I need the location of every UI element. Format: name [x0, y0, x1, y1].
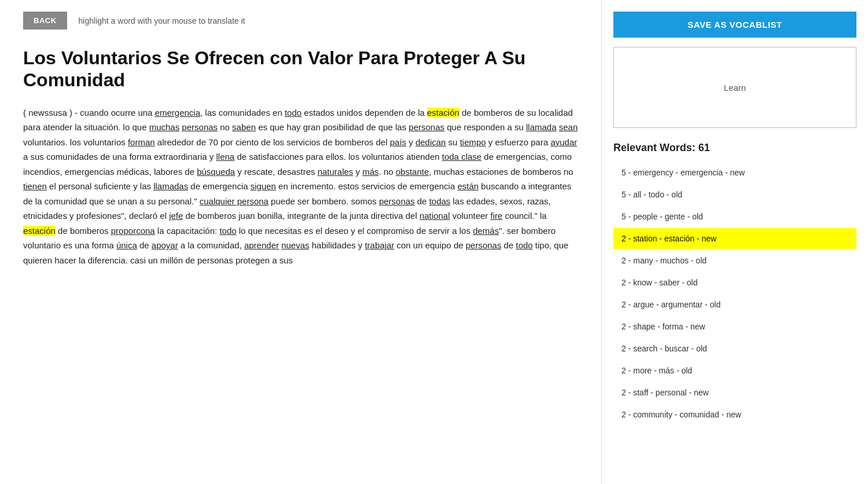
- word-emergencia[interactable]: emergencia: [155, 108, 200, 118]
- word-item-10[interactable]: 2 - more - más - old: [613, 360, 856, 381]
- word-fire[interactable]: fire: [491, 211, 503, 221]
- word-unica[interactable]: única: [116, 240, 137, 250]
- word-mas-1[interactable]: más: [362, 167, 378, 177]
- word-todo-3[interactable]: todo: [516, 240, 532, 250]
- sidebar: SAVE AS VOCABLIST Learn Relevant Words: …: [602, 0, 868, 484]
- word-aprender[interactable]: aprender: [244, 240, 279, 250]
- word-tiempo[interactable]: tiempo: [460, 137, 486, 147]
- learn-box: Learn: [613, 47, 856, 128]
- word-apoyar[interactable]: apoyar: [152, 240, 178, 250]
- word-item-7[interactable]: 2 - argue - argumentar - old: [613, 294, 856, 315]
- word-item-5[interactable]: 2 - many - muchos - old: [613, 250, 856, 271]
- word-personas-1[interactable]: personas: [182, 122, 218, 132]
- word-item-4[interactable]: 2 - station - estación - new: [613, 228, 856, 249]
- word-estacion-1[interactable]: estación: [427, 108, 459, 118]
- word-cualquier-persona[interactable]: cualquier persona: [200, 196, 269, 206]
- word-jefe[interactable]: jefe: [169, 211, 183, 221]
- word-demas[interactable]: demás: [473, 226, 499, 236]
- word-sean[interactable]: sean: [559, 122, 578, 132]
- word-todas[interactable]: todas: [429, 196, 451, 206]
- article-title: Los Voluntarios Se Ofrecen con Valor Par…: [23, 47, 578, 91]
- word-dedican[interactable]: dedican: [415, 137, 446, 147]
- word-personas-2[interactable]: personas: [409, 122, 444, 132]
- word-pais[interactable]: país: [390, 137, 406, 147]
- word-llena[interactable]: llena: [216, 152, 235, 162]
- word-personas-4[interactable]: personas: [466, 240, 502, 250]
- word-proporcona[interactable]: proporcona: [111, 226, 155, 236]
- word-tienen[interactable]: tienen: [23, 181, 47, 191]
- word-llamadas[interactable]: llamadas: [153, 181, 188, 191]
- word-item-8[interactable]: 2 - shape - forma - new: [613, 316, 856, 337]
- main-content: BACK highlight a word with your mouse to…: [0, 0, 602, 484]
- learn-label: Learn: [724, 83, 746, 93]
- hint-text: highlight a word with your mouse to tran…: [79, 16, 245, 25]
- word-muchas[interactable]: muchas: [149, 122, 180, 132]
- word-ayudar[interactable]: ayudar: [550, 137, 577, 147]
- word-item-9[interactable]: 2 - search - buscar - old: [613, 338, 856, 359]
- word-estan[interactable]: están: [457, 181, 479, 191]
- relevant-words-header: Relevant Words: 61: [613, 142, 856, 154]
- save-vocablist-button[interactable]: SAVE AS VOCABLIST: [613, 12, 856, 38]
- word-item-2[interactable]: 5 - all - todo - old: [613, 184, 856, 205]
- word-todo-2[interactable]: todo: [219, 226, 236, 236]
- back-button[interactable]: BACK: [23, 12, 67, 30]
- word-list: 5 - emergency - emergencia - new5 - all …: [613, 162, 856, 425]
- word-todo[interactable]: todo: [285, 108, 301, 118]
- word-llamada[interactable]: llamada: [526, 122, 557, 132]
- word-obstante[interactable]: obstante: [396, 167, 429, 177]
- word-nuevas[interactable]: nuevas: [281, 240, 309, 250]
- article-body: ( newssusa ) - cuando ocurre una emergen…: [23, 105, 578, 268]
- word-saben[interactable]: saben: [232, 122, 256, 132]
- word-national[interactable]: national: [420, 211, 450, 221]
- word-busqueda[interactable]: búsqueda: [197, 167, 235, 177]
- word-item-6[interactable]: 2 - know - saber - old: [613, 272, 856, 293]
- word-item-11[interactable]: 2 - staff - personal - new: [613, 382, 856, 403]
- word-item-3[interactable]: 5 - people - gente - old: [613, 206, 856, 227]
- word-trabajar[interactable]: trabajar: [365, 240, 394, 250]
- word-item-1[interactable]: 5 - emergency - emergencia - new: [613, 162, 856, 183]
- top-bar: BACK highlight a word with your mouse to…: [23, 12, 578, 30]
- word-personas-3[interactable]: personas: [379, 196, 415, 206]
- word-item-12[interactable]: 2 - community - comunidad - new: [613, 404, 856, 425]
- word-estacion-2[interactable]: estación: [23, 226, 56, 236]
- word-toda-clase[interactable]: toda clase: [442, 152, 481, 162]
- word-forman[interactable]: forman: [128, 137, 155, 147]
- word-naturales[interactable]: naturales: [318, 167, 354, 177]
- word-siguen[interactable]: siguen: [251, 181, 276, 191]
